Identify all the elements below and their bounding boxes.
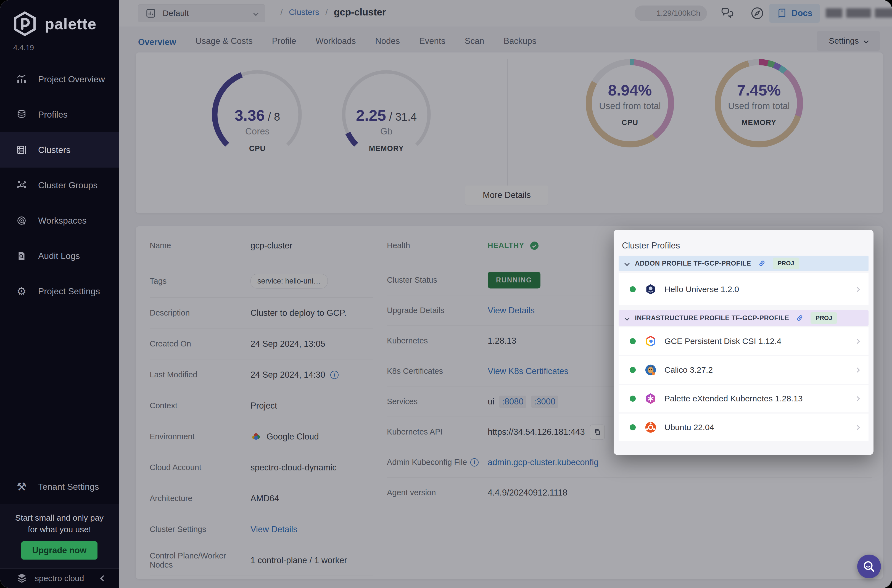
chevron-right-icon [855,368,860,372]
layers-icon [15,110,28,120]
chevron-right-icon [855,396,860,401]
layer-name: Palette eXtended Kubernetes 1.28.13 [664,394,856,404]
tools-icon: ⚒ [15,481,28,492]
sidebar-item-label: Project Settings [38,286,100,297]
audit-log-icon [15,251,28,261]
bar-chart-icon [15,74,28,85]
status-dot [630,338,636,344]
profile-layer-ubuntu[interactable]: Ubuntu 22.04 [619,414,868,441]
app-window: palette 4.4.19 Project Overview Profiles [0,0,892,588]
section-title: INFRASTRUCTURE PROFILE TF-GCP-PROFILE [635,314,789,322]
network-nodes-icon [15,180,28,190]
spectro-cloud-logo [15,572,28,585]
layer-name: Hello Universe 1.2.0 [664,285,856,294]
sidebar-item-profiles[interactable]: Profiles [0,97,119,132]
orbit-icon [15,215,28,226]
sidebar-footer: spectro cloud [0,568,119,588]
layer-name: Calico 3.27.2 [664,365,856,375]
sidebar-menu: Project Overview Profiles Clusters Clust… [0,62,119,309]
status-dot [630,396,636,402]
brand-name: palette [45,15,97,33]
sidebar-item-label: Project Overview [38,74,105,84]
sidebar-item-project-overview[interactable]: Project Overview [0,62,119,97]
sidebar-item-label: Workspaces [38,216,86,226]
upgrade-now-button[interactable]: Upgrade now [21,542,98,560]
status-dot [630,424,636,430]
sidebar-item-label: Cluster Groups [38,180,98,190]
sidebar-item-label: Profiles [38,110,68,120]
chevron-right-icon [855,339,860,344]
gear-icon: ⚙ [15,286,28,297]
scope-badge: PROJ [773,258,799,269]
palette-logo-icon [12,11,38,36]
ubuntu-icon [643,421,658,434]
calico-icon [643,364,658,376]
profile-layer-gce-csi[interactable]: GCE Persistent Disk CSI 1.12.4 [619,327,868,355]
sidebar-item-cluster-groups[interactable]: Cluster Groups [0,168,119,203]
app-version: 4.4.19 [13,44,34,52]
palette-kubernetes-icon [643,393,658,405]
chevron-right-icon [855,287,860,292]
sidebar-item-label: Audit Logs [38,251,80,261]
sidebar-item-clusters[interactable]: Clusters [0,132,119,168]
profile-layer-calico[interactable]: Calico 3.27.2 [619,356,868,384]
panel-title: Cluster Profiles [622,241,680,250]
server-icon [15,145,28,155]
sidebar-item-workspaces[interactable]: Workspaces [0,203,119,238]
section-title: ADDON PROFILE TF-GCP-PROFILE [635,260,751,267]
palette-logo: palette [12,11,97,36]
addon-profile-section-header[interactable]: ADDON PROFILE TF-GCP-PROFILE PROJ [619,256,868,271]
scope-badge: PROJ [811,312,837,324]
profile-layer-pxk[interactable]: Palette eXtended Kubernetes 1.28.13 [619,385,868,412]
profile-layer-hello-universe[interactable]: Hello Universe 1.2.0 [619,273,868,305]
chevron-down-icon [625,315,629,321]
status-dot [630,286,636,292]
sidebar-item-project-settings[interactable]: ⚙ Project Settings [0,274,119,309]
layer-name: Ubuntu 22.04 [664,423,856,432]
upgrade-promo: Start small and only pay for what you us… [0,504,119,568]
status-dot [630,367,636,373]
chevron-right-icon [855,425,860,430]
sidebar-item-tenant-settings[interactable]: ⚒ Tenant Settings [0,469,119,504]
search-fab-button[interactable] [857,555,881,578]
cluster-profiles-panel: Cluster Profiles ADDON PROFILE TF-GCP-PR… [614,230,874,455]
sidebar: palette 4.4.19 Project Overview Profiles [0,0,119,588]
search-icon [862,559,876,574]
infra-profile-section-header[interactable]: INFRASTRUCTURE PROFILE TF-GCP-PROFILE PR… [619,310,868,326]
promo-text: Start small and only pay for what you us… [0,504,119,535]
chevron-down-icon [625,261,629,266]
layer-name: GCE Persistent Disk CSI 1.12.4 [664,336,856,346]
link-icon [795,314,805,323]
collapse-sidebar-icon[interactable] [100,575,107,582]
sidebar-tenant-section: ⚒ Tenant Settings [0,469,119,504]
gce-csi-icon [643,335,658,347]
sidebar-item-audit-logs[interactable]: Audit Logs [0,238,119,274]
link-icon [757,259,767,268]
hello-universe-icon [643,283,658,296]
sidebar-item-label: Clusters [38,145,71,155]
sidebar-item-label: Tenant Settings [38,482,99,492]
spectro-cloud-label: spectro cloud [35,574,84,583]
